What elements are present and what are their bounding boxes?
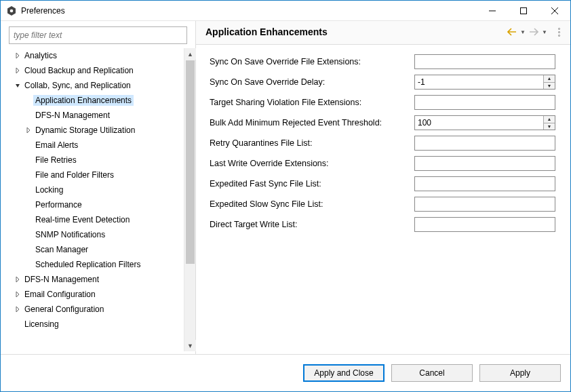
chevron-right-icon[interactable] bbox=[13, 291, 22, 298]
field-label: Retry Quarantines File List: bbox=[210, 138, 414, 148]
chevron-right-icon[interactable] bbox=[24, 127, 33, 134]
field-label: Expedited Fast Sync File List: bbox=[210, 179, 414, 189]
chevron-down-icon[interactable] bbox=[13, 82, 22, 90]
tree-item[interactable]: DFS-N Management bbox=[9, 272, 181, 287]
chevron-right-icon[interactable] bbox=[13, 67, 22, 75]
titlebar: Preferences bbox=[1, 1, 570, 21]
tree-item[interactable]: DFS-N Management bbox=[9, 108, 181, 123]
spinner-down-icon[interactable]: ▼ bbox=[544, 123, 555, 130]
tree-item-label: Scheduled Replication Filters bbox=[33, 259, 142, 270]
form-row: Expedited Slow Sync File List: bbox=[210, 197, 564, 212]
text-input[interactable] bbox=[414, 136, 555, 151]
number-spinner[interactable]: ▲▼ bbox=[414, 115, 555, 130]
main-panel: Application Enhancements ▼ ▼ Sync bbox=[195, 21, 570, 354]
tree-item[interactable]: Email Alerts bbox=[9, 138, 181, 153]
maximize-button[interactable] bbox=[508, 1, 539, 21]
form-row: Last Write Override Extensions: bbox=[210, 156, 564, 171]
view-menu-icon[interactable] bbox=[554, 28, 564, 37]
tree-item[interactable]: Dynamic Storage Utilization bbox=[9, 123, 181, 138]
forward-icon[interactable] bbox=[528, 26, 539, 37]
text-input[interactable] bbox=[414, 156, 555, 171]
form-row: Bulk Add Minimum Rejected Event Threshol… bbox=[210, 115, 564, 130]
tree-item[interactable]: Application Enhancements bbox=[9, 93, 181, 108]
preferences-window: Preferences AnalyticsCloud Backup and Re… bbox=[0, 0, 571, 392]
chevron-right-icon[interactable] bbox=[13, 276, 22, 283]
tree-item[interactable]: Email Configuration bbox=[9, 287, 181, 302]
scroll-thumb[interactable] bbox=[186, 60, 195, 264]
tree-item-label: DFS-N Management bbox=[22, 274, 101, 285]
spinner-input[interactable] bbox=[415, 116, 543, 130]
minimize-button[interactable] bbox=[477, 1, 508, 21]
form-row: Sync On Save Override File Extensions: bbox=[210, 54, 564, 69]
tree-item-label: Performance bbox=[33, 199, 84, 210]
tree-item[interactable]: Scheduled Replication Filters bbox=[9, 257, 181, 272]
scroll-down-icon[interactable]: ▼ bbox=[184, 340, 196, 351]
dialog-footer: Apply and Close Cancel Apply bbox=[1, 355, 570, 391]
tree-item-label: Email Configuration bbox=[22, 289, 98, 300]
tree-item-label: Collab, Sync, and Replication bbox=[22, 80, 133, 91]
header-nav: ▼ ▼ bbox=[507, 26, 564, 37]
tree-item[interactable]: Performance bbox=[9, 197, 181, 212]
tree-item[interactable]: Analytics bbox=[9, 48, 181, 63]
spinner-down-icon[interactable]: ▼ bbox=[544, 83, 555, 90]
field-label: Expedited Slow Sync File List: bbox=[210, 199, 414, 209]
back-icon[interactable] bbox=[507, 26, 517, 37]
svg-point-1 bbox=[10, 9, 14, 12]
window-title: Preferences bbox=[21, 6, 65, 16]
cancel-button[interactable]: Cancel bbox=[391, 364, 473, 382]
tree-item-label: Email Alerts bbox=[33, 140, 80, 151]
tree-item[interactable]: Cloud Backup and Replication bbox=[9, 63, 181, 78]
spinner-input[interactable] bbox=[415, 75, 543, 89]
tree-item[interactable]: Collab, Sync, and Replication bbox=[9, 78, 181, 93]
filter-input[interactable] bbox=[9, 26, 187, 44]
tree-scrollbar[interactable]: ▲ ▼ bbox=[184, 48, 195, 351]
chevron-right-icon[interactable] bbox=[13, 306, 22, 313]
text-input[interactable] bbox=[414, 176, 555, 191]
tree-item-label: File and Folder Filters bbox=[33, 170, 116, 180]
tree-item-label: Locking bbox=[33, 184, 65, 195]
tree-item[interactable]: SNMP Notifications bbox=[9, 227, 181, 242]
close-button[interactable] bbox=[539, 1, 570, 21]
form-row: Retry Quarantines File List: bbox=[210, 136, 564, 151]
apply-button[interactable]: Apply bbox=[479, 364, 561, 382]
tree-item[interactable]: Scan Manager bbox=[9, 242, 181, 257]
tree-item[interactable]: Real-time Event Detection bbox=[9, 212, 181, 227]
page-title: Application Enhancements bbox=[205, 26, 328, 37]
text-input[interactable] bbox=[414, 54, 555, 69]
sidebar: AnalyticsCloud Backup and ReplicationCol… bbox=[1, 21, 195, 354]
field-label: Sync On Save Override Delay: bbox=[210, 77, 414, 87]
field-label: Sync On Save Override File Extensions: bbox=[210, 57, 414, 66]
form-row: Sync On Save Override Delay:▲▼ bbox=[210, 75, 564, 90]
tree-item[interactable]: Licensing bbox=[9, 317, 181, 332]
field-label: Direct Target Write List: bbox=[210, 220, 414, 229]
tree-item-label: General Configuration bbox=[22, 304, 106, 315]
spinner-up-icon[interactable]: ▲ bbox=[544, 116, 555, 123]
form-row: Target Sharing Violation File Extensions… bbox=[210, 95, 564, 110]
settings-form: Sync On Save Override File Extensions:Sy… bbox=[196, 45, 570, 244]
back-dropdown-icon[interactable]: ▼ bbox=[520, 29, 526, 35]
spinner-up-icon[interactable]: ▲ bbox=[544, 75, 555, 83]
text-input[interactable] bbox=[414, 95, 555, 110]
scroll-up-icon[interactable]: ▲ bbox=[184, 48, 196, 60]
chevron-right-icon[interactable] bbox=[13, 52, 22, 60]
tree-item-label: DFS-N Management bbox=[33, 110, 112, 121]
tree-item[interactable]: File and Folder Filters bbox=[9, 168, 181, 182]
tree-item[interactable]: File Retries bbox=[9, 153, 181, 168]
apply-and-close-button[interactable]: Apply and Close bbox=[303, 364, 385, 382]
preferences-tree[interactable]: AnalyticsCloud Backup and ReplicationCol… bbox=[9, 48, 184, 351]
tree-item-label: File Retries bbox=[33, 155, 79, 165]
page-header: Application Enhancements ▼ ▼ bbox=[196, 21, 570, 45]
tree-item[interactable]: General Configuration bbox=[9, 302, 181, 317]
number-spinner[interactable]: ▲▼ bbox=[414, 75, 555, 90]
tree-item-label: Analytics bbox=[22, 50, 59, 61]
forward-dropdown-icon[interactable]: ▼ bbox=[542, 29, 547, 35]
text-input[interactable] bbox=[414, 217, 555, 232]
tree-item-label: Scan Manager bbox=[33, 244, 90, 255]
form-row: Direct Target Write List: bbox=[210, 217, 564, 232]
tree-item-label: Application Enhancements bbox=[33, 95, 134, 106]
tree-item-label: Cloud Backup and Replication bbox=[22, 65, 136, 76]
tree-item[interactable]: Locking bbox=[9, 182, 181, 197]
svg-rect-3 bbox=[521, 7, 527, 14]
tree-item-label: Real-time Event Detection bbox=[33, 214, 132, 225]
text-input[interactable] bbox=[414, 197, 555, 212]
